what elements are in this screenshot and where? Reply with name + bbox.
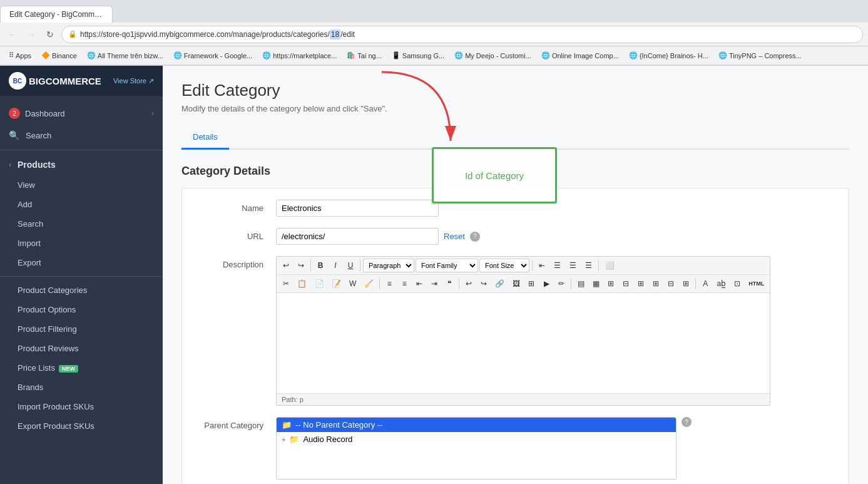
name-input[interactable] — [276, 200, 439, 217]
rte-paste-text-btn[interactable]: 📝 — [329, 277, 345, 291]
rte-undo2-btn[interactable]: ↩ — [462, 277, 476, 291]
rte-col2-btn[interactable]: ▦ — [589, 277, 603, 291]
bookmark-apps[interactable]: ⠿ Apps — [5, 50, 35, 61]
sidebar-item-view[interactable]: View — [0, 175, 163, 195]
rte-fontfamily-select[interactable]: Font Family Arial Times New Roman — [416, 259, 478, 272]
back-button[interactable]: ← — [5, 27, 20, 42]
reset-link[interactable]: Reset — [444, 232, 465, 241]
sidebar-item-product-categories[interactable]: Product Categories — [0, 281, 163, 300]
address-bar[interactable]: 🔒 https://store-qo1jspvvid.mybigcommerce… — [61, 26, 863, 43]
bookmark-marketplace[interactable]: 🌐 https://marketplace... — [258, 50, 340, 61]
rte-fontcolor-btn[interactable]: A — [698, 277, 712, 291]
url-input[interactable] — [276, 228, 439, 245]
rte-sep-2 — [360, 260, 360, 271]
forward-button[interactable]: → — [24, 27, 39, 42]
sidebar-item-export[interactable]: Export — [0, 253, 163, 272]
rte-border-btn[interactable]: ⊡ — [730, 277, 744, 291]
browser-chrome: Edit Category - BigCommerce ← → ↻ 🔒 http… — [0, 0, 868, 66]
rte-link-btn[interactable]: 🔗 — [492, 277, 508, 291]
rte-indent-btn[interactable]: ⇥ — [427, 277, 441, 291]
sidebar-item-price-lists[interactable]: Price ListsNEW — [0, 358, 163, 378]
plus-icon: + — [282, 436, 285, 443]
sidebar-item-import[interactable]: Import — [0, 234, 163, 253]
rte-underline-btn[interactable]: U — [344, 259, 357, 272]
rte-paragraph-select[interactable]: Paragraph Heading 1 Heading 2 — [363, 259, 414, 272]
rte-html-btn[interactable]: HTML — [745, 277, 767, 291]
rte-toolbar-1: ↩ ↪ B I U Paragraph Heading 1 Heading 2 — [277, 257, 770, 275]
rte-col8-btn[interactable]: ⊞ — [679, 277, 693, 291]
rte-blockquote-btn[interactable]: ❝ — [442, 277, 456, 291]
sidebar-item-dashboard[interactable]: 2 Dashboard › — [0, 102, 163, 125]
parent-cat-option-no-parent[interactable]: 📁 -- No Parent Category -- — [277, 418, 676, 432]
rte-col5-btn[interactable]: ⊞ — [634, 277, 648, 291]
bookmark-income[interactable]: 🌐 {InCome} Brainos- H... — [625, 50, 712, 61]
rte-col7-btn[interactable]: ⊟ — [664, 277, 678, 291]
bookmark-samsung[interactable]: 📱 Samsung G... — [388, 50, 448, 61]
bookmark-taing[interactable]: 🛍️ Tai ng... — [343, 50, 385, 61]
rte-italic-btn[interactable]: I — [329, 259, 342, 272]
sidebar-item-add[interactable]: Add — [0, 195, 163, 214]
rte-col1-btn[interactable]: ▤ — [574, 277, 588, 291]
rich-text-editor: ↩ ↪ B I U Paragraph Heading 1 Heading 2 — [276, 256, 770, 406]
rte-image-btn[interactable]: 🖼 — [509, 277, 524, 291]
bookmark-alltheme[interactable]: 🌐 All Theme trên bizw... — [83, 50, 167, 61]
rte-fullscreen-btn[interactable]: ⬜ — [601, 259, 618, 272]
sidebar-item-product-filtering[interactable]: Product Filtering — [0, 319, 163, 339]
url-prefix: https://store-qo1jspvvid.mybigcommerce.c… — [80, 30, 330, 39]
rte-cut-btn[interactable]: ✂ — [279, 277, 293, 291]
divider-2 — [0, 276, 163, 277]
rte-redo-btn[interactable]: ↪ — [294, 259, 308, 272]
active-tab[interactable]: Edit Category - BigCommerce — [0, 6, 113, 23]
help-icon[interactable]: ? — [470, 232, 480, 242]
parent-cat-option-audio[interactable]: + 📁 Audio Record — [277, 432, 676, 446]
bookmark-mydeejo[interactable]: 🌐 My Deejo - Customi... — [451, 50, 535, 61]
parent-category-help-icon[interactable]: ? — [682, 417, 692, 427]
rte-sep-3 — [532, 260, 533, 271]
products-label: Products — [18, 160, 56, 170]
rte-clean-btn[interactable]: 🧹 — [361, 277, 377, 291]
category-details-title: Category Details — [181, 165, 849, 178]
rte-paste-word-btn[interactable]: W — [346, 277, 360, 291]
parent-category-select[interactable]: 📁 -- No Parent Category -- + 📁 Audio Rec… — [276, 417, 677, 480]
reload-button[interactable]: ↻ — [43, 27, 58, 42]
sidebar-item-products[interactable]: ‹ Products — [0, 154, 163, 175]
bookmark-imagecomp[interactable]: 🌐 Online Image Comp... — [538, 50, 623, 61]
tabs-bar: Details — [181, 126, 849, 150]
rte-ul-btn[interactable]: ≡ — [382, 277, 396, 291]
dashboard-badge: 2 — [9, 108, 20, 119]
rte-align-center-btn[interactable]: ☰ — [550, 259, 564, 272]
rte-edit-btn[interactable]: ✏ — [554, 277, 568, 291]
rte-fontsize-select[interactable]: Font Size 8pt 10pt 12pt — [479, 259, 529, 272]
tab-details[interactable]: Details — [181, 126, 229, 150]
rte-align-left-btn[interactable]: ⇤ — [535, 259, 549, 272]
rte-ol-btn[interactable]: ≡ — [397, 277, 411, 291]
sidebar-item-import-skus[interactable]: Import Product SKUs — [0, 397, 163, 416]
rte-body[interactable] — [277, 293, 770, 393]
rte-col4-btn[interactable]: ⊟ — [619, 277, 633, 291]
view-store-link[interactable]: View Store ↗ — [113, 77, 154, 85]
sidebar-item-search[interactable]: 🔍 Search — [0, 125, 163, 146]
rte-paste-btn[interactable]: 📄 — [312, 277, 328, 291]
sidebar-item-product-reviews[interactable]: Product Reviews — [0, 339, 163, 358]
url-text: https://store-qo1jspvvid.mybigcommerce.c… — [80, 30, 856, 39]
bookmark-tinypng[interactable]: 🌐 TinyPNG – Compress... — [715, 50, 805, 61]
rte-bold-btn[interactable]: B — [314, 259, 327, 272]
rte-align-justify-btn[interactable]: ☰ — [581, 259, 596, 272]
rte-align-right-btn[interactable]: ☰ — [566, 259, 580, 272]
bookmark-framework[interactable]: 🌐 Framework - Google... — [170, 50, 256, 61]
sidebar-item-brands[interactable]: Brands — [0, 378, 163, 397]
rte-copy-btn[interactable]: 📋 — [294, 277, 310, 291]
parent-category-row: Parent Category 📁 -- No Parent Category … — [182, 417, 849, 484]
sidebar-item-search[interactable]: Search — [0, 214, 163, 234]
rte-col6-btn[interactable]: ⊞ — [649, 277, 663, 291]
sidebar-item-export-skus[interactable]: Export Product SKUs — [0, 416, 163, 436]
rte-col3-btn[interactable]: ⊞ — [604, 277, 618, 291]
rte-table-btn[interactable]: ⊞ — [524, 277, 538, 291]
rte-bgcolor-btn[interactable]: ab̲ — [713, 277, 729, 291]
rte-undo-btn[interactable]: ↩ — [279, 259, 293, 272]
sidebar-item-product-options[interactable]: Product Options — [0, 300, 163, 319]
rte-outdent-btn[interactable]: ⇤ — [412, 277, 426, 291]
bookmark-binance[interactable]: 🔶 Binance — [38, 50, 81, 61]
rte-youtube-btn[interactable]: ▶ — [539, 277, 553, 291]
rte-redo2-btn[interactable]: ↪ — [477, 277, 491, 291]
